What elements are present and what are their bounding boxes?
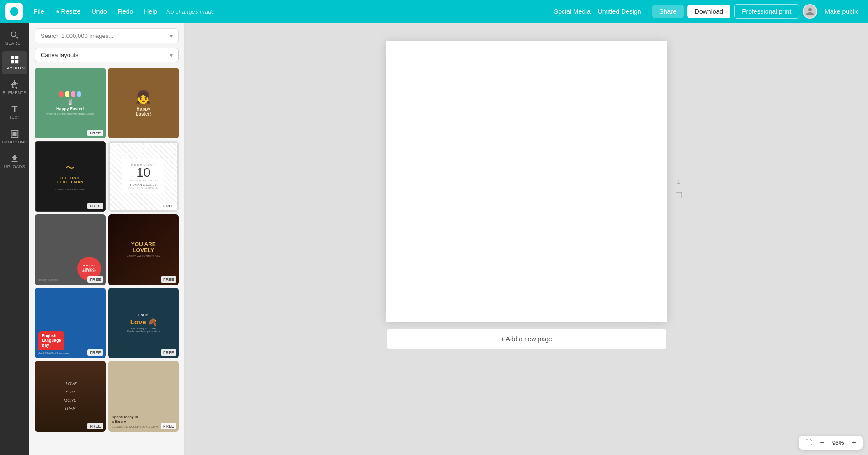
page-number: 1 xyxy=(677,178,680,185)
resize-button[interactable]: ★ Resize xyxy=(52,6,85,17)
template-feb10[interactable]: FEBRUARY 10 THE WEDDING OF ROMAN & SANDY… xyxy=(108,141,179,212)
undo-button[interactable]: Undo xyxy=(88,6,110,17)
add-page-button[interactable]: + Add a new page xyxy=(386,329,667,349)
make-public-button[interactable]: Make public xyxy=(821,5,863,18)
free-badge-lovely: FREE xyxy=(161,276,176,283)
fullscreen-button[interactable]: ⛶ xyxy=(803,438,815,447)
template-fall[interactable]: Fall in Love 🍂 With Every EmbraceMade po… xyxy=(108,288,179,359)
zoom-out-button[interactable]: − xyxy=(817,438,827,448)
layouts-panel: ▼ Canva layouts ▼ 🐰 Happy Easter xyxy=(29,23,185,455)
sidebar-text-label: TEXT xyxy=(9,115,20,120)
sidebar-elements-label: ELEMENTS xyxy=(3,90,27,95)
sidebar-uploads-label: UPLOADS xyxy=(4,164,26,169)
help-button[interactable]: Help xyxy=(140,6,161,17)
template-holiday[interactable]: lifestyle photo HOLIDAY PROMO! up to 50%… xyxy=(35,214,106,285)
canvas-area: 1 ❐ + Add a new page xyxy=(185,23,868,455)
canva-logo[interactable]: ✦ xyxy=(5,3,23,20)
redo-button[interactable]: Redo xyxy=(114,6,137,17)
design-canvas[interactable] xyxy=(386,41,667,322)
topnav: ✦ File ★ Resize Undo Redo Help No change… xyxy=(0,0,868,23)
sidebar-layouts-label: LAYOUTS xyxy=(5,66,25,70)
sidebar-background-label: BKGROUND xyxy=(2,140,27,144)
free-badge-holiday: FREE xyxy=(87,276,103,283)
free-badge-easter1: FREE xyxy=(87,130,103,136)
layout-select-wrapper: Canva layouts ▼ xyxy=(35,48,179,62)
template-gentleman[interactable]: 〜 THE TRUEGENTLEMAN HAPPY FATHER'S DAY F… xyxy=(35,141,106,212)
free-badge-english: FREE xyxy=(87,349,103,356)
canvas-wrapper: 1 ❐ xyxy=(386,41,667,322)
sidebar-item-text[interactable]: TEXT xyxy=(2,101,27,123)
free-badge-love: FREE xyxy=(87,423,103,429)
changes-status: No changes made xyxy=(166,8,215,15)
zoom-in-button[interactable]: + xyxy=(849,438,859,448)
zoom-level: 96% xyxy=(830,439,847,446)
search-dropdown-arrow: ▼ xyxy=(169,33,174,39)
template-library[interactable]: Spend today ina library CELEBRATE WORLD … xyxy=(108,361,179,432)
free-badge-gentleman: FREE xyxy=(87,203,103,209)
icon-sidebar: SEARCH LAYOUTS ELEMENTS TEXT BKGROUND UP… xyxy=(0,23,29,455)
download-button[interactable]: Download xyxy=(687,5,730,18)
sidebar-item-background[interactable]: BKGROUND xyxy=(2,125,27,148)
sidebar-item-elements[interactable]: ELEMENTS xyxy=(2,76,27,99)
zoom-controls: ⛶ − 96% + xyxy=(799,436,863,450)
layout-dropdown[interactable]: Canva layouts xyxy=(35,48,179,62)
template-love[interactable]: I LOVEYOUMORETHAN FREE xyxy=(35,361,106,432)
template-lovely[interactable]: YOU ARELOVELY HAPPY VALENTINE'S DAY FREE xyxy=(108,214,179,285)
free-badge-feb: FREE xyxy=(161,203,176,209)
copy-page-button[interactable]: ❐ xyxy=(675,190,682,201)
template-english[interactable]: EnglishLanguageDay April 23 #WorldLangua… xyxy=(35,288,106,359)
template-easter2[interactable]: 👧 HappyEaster! xyxy=(108,68,179,138)
template-easter1[interactable]: 🐰 Happy Easter! Wishing you the most won… xyxy=(35,68,106,138)
sidebar-item-uploads[interactable]: UPLOADS xyxy=(2,150,27,173)
templates-grid: 🐰 Happy Easter! Wishing you the most won… xyxy=(35,68,179,432)
image-search-input[interactable] xyxy=(35,28,179,43)
professional-print-button[interactable]: Professional print xyxy=(734,4,799,19)
file-menu[interactable]: File xyxy=(30,6,48,17)
sidebar-item-search[interactable]: SEARCH xyxy=(2,26,27,49)
share-button[interactable]: Share xyxy=(652,5,684,18)
sidebar-search-label: SEARCH xyxy=(5,41,24,46)
free-badge-fall: FREE xyxy=(161,349,176,356)
free-badge-library: FREE xyxy=(161,423,176,429)
document-title: Social Media – Untitled Design xyxy=(554,8,641,15)
search-container: ▼ xyxy=(35,28,179,43)
sidebar-item-layouts[interactable]: LAYOUTS xyxy=(2,51,27,74)
avatar[interactable] xyxy=(803,4,817,19)
